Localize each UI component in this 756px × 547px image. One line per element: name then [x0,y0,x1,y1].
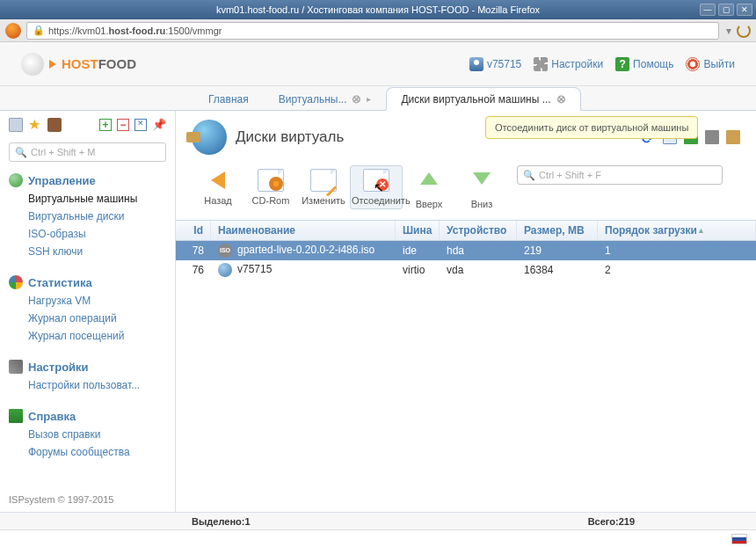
down-button[interactable]: Вниз [455,165,508,213]
url-input[interactable]: 🔒 https://kvm01.host-food.ru:1500/vmmgr [26,22,719,40]
col-size[interactable]: Размер, МВ [517,221,598,240]
sidebar-item-forums[interactable]: Форумы сообщества [9,443,166,461]
app-header: HOSTFOOD v75715 Настройки ? Помощь Выйти [0,42,756,86]
clipboard-icon[interactable] [47,118,62,132]
help-icon: ? [615,57,629,71]
pie-chart-icon [9,275,23,289]
settings-link[interactable]: Настройки [534,57,603,71]
cursor-icon: ↖ [374,180,384,194]
back-button[interactable]: Назад [192,165,244,209]
sidebar-head-stats[interactable]: Статистика [9,273,166,292]
col-id[interactable]: Id [176,221,211,240]
help-link[interactable]: ? Помощь [615,57,673,71]
up-button[interactable]: Вверх [403,165,455,213]
arrow-left-icon [205,169,231,192]
sidebar-item-oplog[interactable]: Журнал операций [9,310,166,327]
tab-vm[interactable]: Виртуальны... ⊗ ▸ [264,87,387,111]
sidebar-item-vm[interactable]: Виртуальные машины [9,190,166,208]
globe-large-icon [192,120,227,155]
pin-icon[interactable]: 📌 [152,118,166,132]
col-order[interactable]: Порядок загрузки ▲ [598,221,756,240]
unlink-button[interactable]: ✕ ↖ Отсоединить [350,165,403,209]
chevron-right-icon: ▸ [367,94,371,104]
tab-home[interactable]: Главная [193,88,264,111]
selected-value: 1 [244,516,250,527]
sidebar-item-ssh[interactable]: SSH ключи [9,243,166,260]
user-icon [469,57,483,71]
tab-bar: Главная Виртуальны... ⊗ ▸ Диски виртуаль… [0,86,756,111]
table-row[interactable]: 76 v75715 virtio vda 16384 2 [176,260,756,280]
address-bar: 🔒 https://kvm01.host-food.ru:1500/vmmgr … [0,19,756,42]
sidebar-footer: ISPsystem © 1997-2015 [9,485,166,505]
col-bus[interactable]: Шина [396,221,440,240]
unlink-icon: ✕ ↖ [363,169,389,192]
col-name[interactable]: Наименование [211,221,396,240]
cdrom-button[interactable]: CD-Rom [244,165,297,209]
world-icon [218,263,232,277]
arrow-up-icon [416,172,442,195]
edit-button[interactable]: Изменить [297,165,350,209]
sidebar-item-vislog[interactable]: Журнал посещений [9,327,166,345]
table-row[interactable]: 78 ISOgparted-live-0.20.0-2-i486.iso ide… [176,241,756,260]
maximize-icon[interactable]: ▢ [718,4,734,16]
selected-label: Выделено: [192,516,244,527]
close-icon[interactable]: ✕ [737,4,752,16]
content-header: Диски виртуаль Отсоединить диск от вирту… [176,111,756,164]
total-value: 219 [619,516,635,527]
header-links: v75715 Настройки ? Помощь Выйти [469,57,735,71]
total-label: Всего: [588,516,619,527]
action-toolbar: Назад CD-Rom Изменить ✕ ↖ Отсоединить Вв… [176,164,756,220]
sidebar: ★ + − 📌 🔍 Ctrl + Shift + M Управление Ви… [0,111,176,512]
browser-title-bar: kvm01.host-food.ru / Хостинговая компани… [0,0,756,19]
sidebar-item-load[interactable]: Нагрузка VM [9,292,166,310]
sidebar-item-disks[interactable]: Виртуальные диски [9,208,166,225]
dropdown-icon[interactable]: ▾ [726,25,731,37]
exit-link[interactable]: Выйти [686,57,735,71]
document-icon[interactable] [9,118,23,132]
sidebar-head-help[interactable]: Справка [9,406,166,426]
sidebar-head-manage[interactable]: Управление [9,171,166,190]
print-icon[interactable] [705,130,719,144]
logo[interactable]: HOSTFOOD [21,53,136,76]
sidebar-head-settings[interactable]: Настройки [9,357,166,376]
tools-icon [9,360,23,374]
star-icon[interactable]: ★ [28,118,42,132]
reload-icon[interactable] [737,24,751,38]
sidebar-item-helpcall[interactable]: Вызов справки [9,426,166,443]
action-search-wrap: 🔍 Ctrl + Shift + F [517,165,740,185]
sidebar-toolbar: ★ + − 📌 [9,118,166,137]
window-title: kvm01.host-food.ru / Хостинговая компани… [7,4,749,15]
tab-close-icon[interactable]: ⊗ [352,92,361,106]
col-dev[interactable]: Устройство [440,221,517,240]
iso-icon: ISO [218,244,232,258]
power-icon [686,57,700,71]
lock-icon: 🔒 [33,25,45,36]
window-controls: — ▢ ✕ [700,4,752,16]
sort-asc-icon: ▲ [697,226,705,235]
minus-icon[interactable]: − [117,119,129,131]
bottom-bar [0,529,756,547]
page-title: Диски виртуаль [236,128,344,146]
tab-disks[interactable]: Диски виртуальной машины ... ⊗ [386,87,580,111]
browser-tools: ▾ [726,24,751,38]
cdrom-icon [258,169,284,192]
firefox-icon[interactable] [5,23,21,39]
tab-close-icon[interactable]: ⊗ [556,92,566,106]
search-icon: 🔍 [15,147,27,158]
collapse-icon[interactable] [134,119,147,131]
logo-disc-icon [21,53,44,76]
disk-table: Id Наименование Шина Устройство Размер, … [176,220,756,512]
user-link[interactable]: v75715 [469,57,521,71]
action-search[interactable]: 🔍 Ctrl + Shift + F [517,165,723,185]
minimize-icon[interactable]: — [700,4,716,16]
table-header: Id Наименование Шина Устройство Размер, … [176,220,756,241]
configure-icon[interactable] [726,130,740,144]
sidebar-item-usersettings[interactable]: Настройки пользоват... [9,376,166,394]
plus-icon[interactable]: + [99,119,112,131]
arrow-down-icon [469,172,495,195]
sidebar-item-iso[interactable]: ISO-образы [9,225,166,243]
globe-icon [9,173,23,187]
logo-arrow-icon [49,60,56,69]
flag-ru-icon[interactable] [731,534,747,544]
sidebar-search[interactable]: 🔍 Ctrl + Shift + M [9,142,166,162]
